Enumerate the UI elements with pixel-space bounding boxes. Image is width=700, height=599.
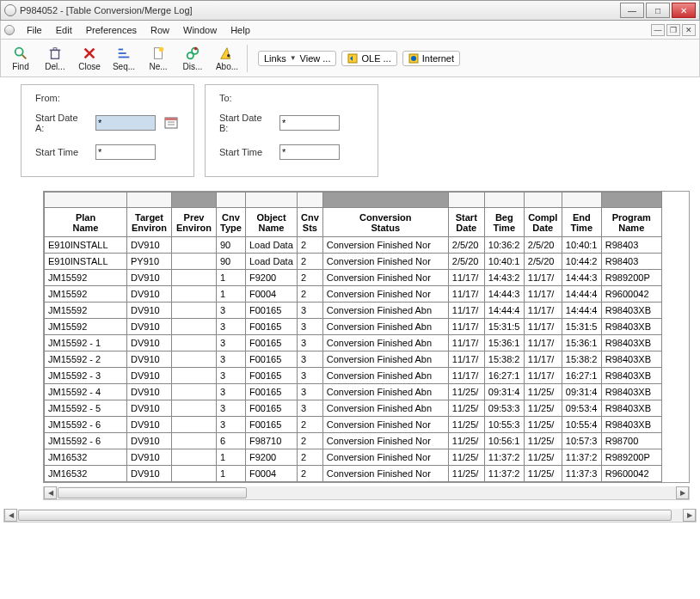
cell-cnv_type[interactable]: 3: [217, 400, 246, 417]
cell-beg_time[interactable]: 10:36:2: [484, 237, 524, 254]
new-button[interactable]: Ne...: [142, 41, 175, 76]
cell-conv_status[interactable]: Conversion Finished Nor: [322, 449, 448, 466]
from-start-time-input[interactable]: [95, 144, 156, 160]
cell-cnv_sts[interactable]: 3: [298, 384, 323, 400]
cell-cnv_type[interactable]: 3: [217, 351, 246, 368]
menu-file[interactable]: File: [20, 23, 49, 37]
cell-end_time[interactable]: 15:36:1: [562, 335, 601, 351]
table-row[interactable]: JM15592 - 6DV9106F987102Conversion Finis…: [45, 433, 662, 449]
cell-program_name[interactable]: R9600042: [601, 466, 661, 482]
cell-compl_date[interactable]: 2/5/20: [524, 237, 562, 254]
results-grid[interactable]: PlanNameTargetEnvironPrevEnvironCnvTypeO…: [44, 192, 662, 482]
cell-object_name[interactable]: F00165: [246, 351, 298, 368]
cell-end_time[interactable]: 10:55:4: [562, 417, 601, 433]
cell-plan_name[interactable]: JM15592 - 2: [45, 351, 127, 368]
table-row[interactable]: JM15592DV9101F00042Conversion Finished N…: [45, 286, 662, 303]
cell-end_time[interactable]: 14:44:4: [562, 286, 601, 303]
cell-cnv_sts[interactable]: 2: [298, 270, 323, 286]
filter-cell-conv_status[interactable]: [322, 193, 448, 208]
cell-cnv_sts[interactable]: 3: [298, 319, 323, 335]
cell-object_name[interactable]: F00165: [246, 319, 298, 335]
cell-conv_status[interactable]: Conversion Finished Nor: [322, 286, 448, 303]
internet-link[interactable]: Internet: [402, 51, 460, 66]
cell-plan_name[interactable]: JM15592: [45, 319, 127, 335]
table-row[interactable]: JM15592DV9101F92002Conversion Finished N…: [45, 270, 662, 286]
cell-target_env[interactable]: DV910: [127, 433, 172, 449]
cell-beg_time[interactable]: 09:31:4: [484, 384, 524, 400]
cell-cnv_sts[interactable]: 3: [298, 335, 323, 351]
cell-target_env[interactable]: DV910: [127, 351, 172, 368]
cell-object_name[interactable]: F98710: [246, 433, 298, 449]
cell-cnv_type[interactable]: 1: [217, 270, 246, 286]
cell-compl_date[interactable]: 11/25/: [524, 417, 562, 433]
cell-object_name[interactable]: F9200: [246, 270, 298, 286]
filter-cell-plan_name[interactable]: [45, 193, 127, 208]
column-header-cnv_type[interactable]: CnvType: [217, 208, 246, 237]
cell-object_name[interactable]: Load Data: [246, 237, 298, 254]
cell-prev_env[interactable]: [172, 303, 217, 319]
cell-compl_date[interactable]: 11/25/: [524, 400, 562, 417]
cell-prev_env[interactable]: [172, 286, 217, 303]
cell-cnv_type[interactable]: 3: [217, 417, 246, 433]
cell-prev_env[interactable]: [172, 237, 217, 254]
cell-start_date[interactable]: 11/25/: [448, 384, 484, 400]
cell-end_time[interactable]: 15:31:5: [562, 319, 601, 335]
menu-row[interactable]: Row: [144, 23, 176, 37]
cell-beg_time[interactable]: 15:38:2: [484, 351, 524, 368]
cell-start_date[interactable]: 11/17/: [448, 270, 484, 286]
maximize-button[interactable]: □: [646, 3, 670, 18]
close-button[interactable]: ✕: [672, 3, 696, 18]
cell-end_time[interactable]: 16:27:1: [562, 368, 601, 384]
table-row[interactable]: E910INSTALLPY91090Load Data2Conversion F…: [45, 254, 662, 270]
cell-program_name[interactable]: R98403XB: [601, 335, 661, 351]
cell-cnv_sts[interactable]: 2: [298, 237, 323, 254]
menu-window[interactable]: Window: [176, 23, 224, 37]
mdi-minimize-button[interactable]: —: [651, 24, 665, 36]
cell-target_env[interactable]: DV910: [127, 319, 172, 335]
filter-cell-target_env[interactable]: [127, 193, 172, 208]
cell-compl_date[interactable]: 11/25/: [524, 449, 562, 466]
dis-button[interactable]: Dis...: [176, 41, 209, 76]
cell-cnv_sts[interactable]: 3: [298, 303, 323, 319]
cell-object_name[interactable]: F0004: [246, 466, 298, 482]
cell-start_date[interactable]: 11/17/: [448, 286, 484, 303]
cell-end_time[interactable]: 15:38:2: [562, 351, 601, 368]
filter-cell-start_date[interactable]: [448, 193, 484, 208]
cell-compl_date[interactable]: 11/17/: [524, 335, 562, 351]
table-row[interactable]: JM16532DV9101F00042Conversion Finished N…: [45, 466, 662, 482]
cell-conv_status[interactable]: Conversion Finished Abn: [322, 384, 448, 400]
cell-cnv_type[interactable]: 1: [217, 449, 246, 466]
column-header-plan_name[interactable]: PlanName: [45, 208, 127, 237]
cell-plan_name[interactable]: JM15592: [45, 270, 127, 286]
table-row[interactable]: JM15592 - 2DV9103F001653Conversion Finis…: [45, 351, 662, 368]
cell-beg_time[interactable]: 16:27:1: [484, 368, 524, 384]
cell-program_name[interactable]: R98403XB: [601, 351, 661, 368]
cell-target_env[interactable]: DV910: [127, 384, 172, 400]
cell-compl_date[interactable]: 11/25/: [524, 466, 562, 482]
cell-object_name[interactable]: F00165: [246, 368, 298, 384]
cell-beg_time[interactable]: 09:53:3: [484, 400, 524, 417]
cell-program_name[interactable]: R98403XB: [601, 384, 661, 400]
column-header-object_name[interactable]: ObjectName: [246, 208, 298, 237]
cell-program_name[interactable]: R98403XB: [601, 368, 661, 384]
cell-plan_name[interactable]: E910INSTALL: [45, 254, 127, 270]
cell-target_env[interactable]: DV910: [127, 417, 172, 433]
table-row[interactable]: JM16532DV9101F92002Conversion Finished N…: [45, 449, 662, 466]
cell-prev_env[interactable]: [172, 270, 217, 286]
cell-plan_name[interactable]: JM15592: [45, 303, 127, 319]
cell-beg_time[interactable]: 10:40:1: [484, 254, 524, 270]
menu-help[interactable]: Help: [224, 23, 257, 37]
cell-cnv_sts[interactable]: 2: [298, 286, 323, 303]
cell-prev_env[interactable]: [172, 319, 217, 335]
cell-start_date[interactable]: 11/17/: [448, 368, 484, 384]
cell-end_time[interactable]: 10:44:2: [562, 254, 601, 270]
cell-cnv_type[interactable]: 3: [217, 384, 246, 400]
cell-conv_status[interactable]: Conversion Finished Abn: [322, 368, 448, 384]
column-header-beg_time[interactable]: BegTime: [484, 208, 524, 237]
filter-cell-beg_time[interactable]: [484, 193, 524, 208]
cell-conv_status[interactable]: Conversion Finished Nor: [322, 254, 448, 270]
cell-compl_date[interactable]: 11/17/: [524, 286, 562, 303]
cell-beg_time[interactable]: 14:44:3: [484, 286, 524, 303]
cell-cnv_sts[interactable]: 3: [298, 368, 323, 384]
outer-scroll-right-arrow[interactable]: ▶: [683, 509, 696, 522]
